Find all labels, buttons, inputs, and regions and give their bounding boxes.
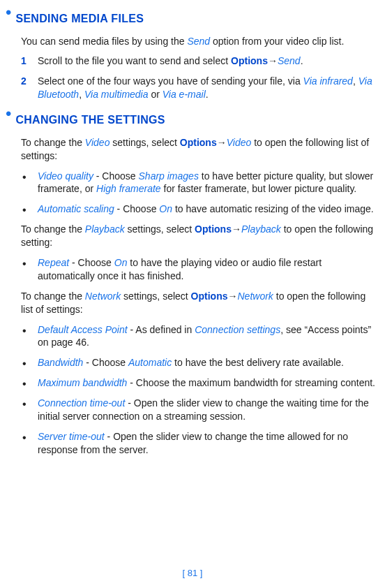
- options-keyword: Options: [195, 223, 232, 235]
- heading-text: SENDING MEDIA FILES: [15, 11, 144, 27]
- section-heading-settings: • CHANGING THE SETTINGS: [6, 108, 379, 136]
- options-keyword: Options: [191, 291, 228, 302]
- text: You can send media files by using the: [21, 36, 187, 47]
- list-item: Maximum bandwidth - Choose the maximum b…: [21, 376, 379, 390]
- intro-paragraph: You can send media files by using the Se…: [21, 35, 379, 48]
- video-term: Video: [85, 137, 110, 148]
- text: Select one of the four ways you have of …: [38, 75, 303, 87]
- heading-text: CHANGING THE SETTINGS: [15, 112, 165, 128]
- playback-settings-paragraph: To change the Playback settings, select …: [21, 223, 379, 249]
- bullet-dot-icon: •: [6, 108, 11, 119]
- bullet-dot-icon: •: [6, 7, 11, 18]
- text: - Choose: [69, 257, 114, 268]
- text: option from your video clip list.: [210, 36, 344, 47]
- text: settings, select: [125, 223, 195, 235]
- text: ,: [79, 89, 84, 100]
- text: .: [206, 89, 209, 100]
- steps-block: 1 Scroll to the file you want to send an…: [21, 54, 379, 101]
- arrow-icon: →: [228, 291, 238, 302]
- setting-name: Automatic scaling: [38, 203, 114, 214]
- list-item: Automatic scaling - Choose On to have au…: [21, 203, 379, 216]
- list-item: Default Access Point - As defined in Con…: [21, 323, 379, 350]
- setting-name: Connection time-out: [38, 397, 125, 409]
- text: - Choose: [83, 357, 128, 368]
- text: - Choose: [93, 170, 139, 182]
- step-body: Scroll to the file you want to send and …: [38, 54, 305, 68]
- arrow-icon: →: [217, 137, 227, 148]
- text: or: [149, 89, 163, 100]
- step-number: 2: [21, 75, 32, 101]
- option-value: High framerate: [96, 183, 161, 194]
- option-value: On: [114, 257, 128, 268]
- text: To change the: [21, 223, 85, 235]
- step-2: 2 Select one of the four ways you have o…: [21, 75, 379, 101]
- setting-name: Video quality: [38, 170, 93, 182]
- text: .: [301, 55, 303, 66]
- network-settings-paragraph: To change the Network settings, select O…: [21, 290, 379, 316]
- network-settings-list: Default Access Point - As defined in Con…: [21, 323, 379, 457]
- arrow-icon: →: [268, 55, 278, 66]
- text: - Choose the maximum bandwidth for strea…: [127, 377, 375, 388]
- text: Scroll to the file you want to send and …: [38, 55, 231, 66]
- setting-name: Bandwidth: [38, 357, 83, 368]
- video-term: Video: [227, 137, 252, 148]
- setting-name: Server time-out: [38, 431, 105, 442]
- text: settings, select: [110, 137, 179, 148]
- text: To change the: [21, 137, 85, 148]
- video-settings-list: Video quality - Choose Sharp images to h…: [21, 170, 379, 216]
- playback-settings-list: Repeat - Choose On to have the playing v…: [21, 256, 379, 283]
- send-term: Send: [278, 55, 301, 66]
- text: settings, select: [121, 291, 190, 302]
- list-item: Video quality - Choose Sharp images to h…: [21, 170, 379, 196]
- text: - As defined in: [128, 324, 195, 335]
- text: to have automatic resizing of the video …: [172, 203, 374, 214]
- text: ,: [353, 75, 358, 87]
- setting-name: Default Access Point: [38, 324, 128, 335]
- list-item: Connection time-out - Open the slider vi…: [21, 397, 379, 423]
- text: for faster framerate, but lower picture …: [161, 183, 357, 194]
- option-value: On: [159, 203, 172, 214]
- options-keyword: Options: [231, 55, 268, 66]
- options-keyword: Options: [180, 137, 217, 148]
- option-value: Sharp images: [139, 170, 199, 182]
- send-term: Send: [187, 36, 210, 47]
- via-infrared: Via infrared: [303, 75, 353, 87]
- network-term: Network: [85, 291, 121, 302]
- step-body: Select one of the four ways you have of …: [38, 75, 379, 101]
- list-item: Repeat - Choose On to have the playing v…: [21, 256, 379, 283]
- via-email: Via e-mail: [163, 89, 206, 100]
- step-1: 1 Scroll to the file you want to send an…: [21, 54, 379, 68]
- step-number: 1: [21, 54, 32, 68]
- link-term: Connection settings: [195, 324, 280, 335]
- page-number: [ 81 ]: [0, 567, 385, 580]
- list-item: Server time-out - Open the slider view t…: [21, 430, 379, 457]
- playback-term: Playback: [241, 223, 281, 235]
- setting-name: Repeat: [38, 257, 69, 268]
- text: - Choose: [114, 203, 160, 214]
- setting-name: Maximum bandwidth: [38, 377, 127, 388]
- text: To change the: [21, 291, 85, 302]
- text: to have the best delivery rate available…: [172, 357, 344, 368]
- list-item: Bandwidth - Choose Automatic to have the…: [21, 356, 379, 369]
- option-value: Automatic: [128, 357, 172, 368]
- playback-term: Playback: [85, 223, 125, 235]
- section-heading-sending: • SENDING MEDIA FILES: [6, 7, 379, 35]
- arrow-icon: →: [232, 223, 241, 235]
- via-multimedia: Via multimedia: [84, 89, 149, 100]
- video-settings-paragraph: To change the Video settings, select Opt…: [21, 136, 379, 163]
- network-term: Network: [238, 291, 273, 302]
